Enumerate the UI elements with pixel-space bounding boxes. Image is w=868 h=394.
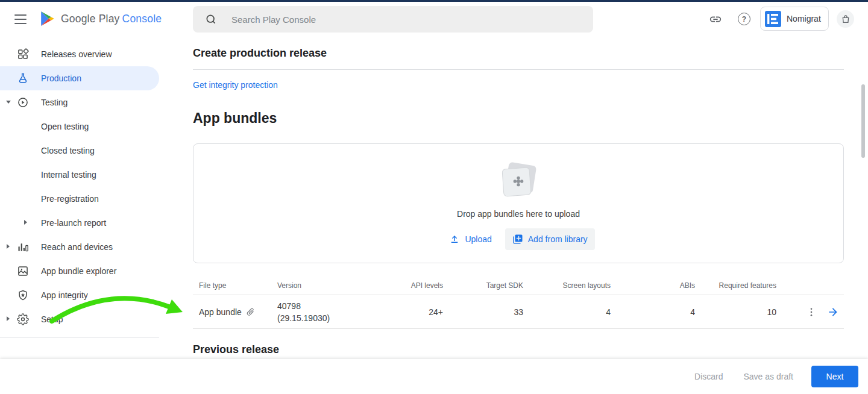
stacked-files-icon [499,162,538,201]
sidebar-item-label: Setup [41,314,63,324]
google-play-triangle-icon [40,11,55,27]
previous-release-heading: Previous release [193,343,279,356]
sidebar-item-label: Open testing [41,122,89,131]
app-bundle-dropzone[interactable]: Drop app bundles here to upload Upload A… [193,143,844,263]
google-play-console-logo[interactable]: Google PlayConsole [40,11,162,27]
column-header: Screen layouts [523,281,611,290]
menu-icon[interactable] [14,14,27,24]
page-title: Create production release [193,47,327,60]
browser-top-strip [0,0,868,2]
action-bar: Discard Save as draft Next [0,359,868,394]
discard-button[interactable]: Discard [687,367,730,386]
get-integrity-protection-link[interactable]: Get integrity protection [193,80,278,90]
sidebar: Releases overview Production Testing Ope… [0,42,159,331]
app-bundles-heading: App bundles [193,110,277,127]
sidebar-item-label: App bundle explorer [41,266,116,276]
chevron-right-icon[interactable] [7,244,10,249]
chevron-down-icon[interactable] [6,101,11,104]
upload-button[interactable]: Upload [442,228,498,250]
table-row[interactable]: App bundle 40798 (29.15.19030) 24+ 33 4 … [193,295,844,329]
sidebar-item-releases-overview[interactable]: Releases overview [0,42,159,66]
search-icon [205,13,217,25]
sidebar-item-label: Internal testing [41,170,96,180]
sidebar-item-internal-testing[interactable]: Internal testing [0,163,159,187]
account-chip[interactable]: Nomigrat [760,7,829,31]
chevron-right-icon[interactable] [24,220,27,225]
vertical-scrollbar[interactable] [861,84,865,158]
sidebar-item-open-testing[interactable]: Open testing [0,114,159,139]
logo-text: Google PlayConsole [61,13,162,25]
row-detail-arrow-icon[interactable] [827,305,843,319]
column-header: Required features [695,281,776,290]
save-as-draft-button[interactable]: Save as draft [737,367,801,386]
target-sdk-cell: 33 [443,307,523,317]
sidebar-item-label: Closed testing [41,146,95,155]
column-header: ABIs [611,281,695,290]
sidebar-item-testing[interactable]: Testing [0,90,159,114]
add-from-library-button[interactable]: Add from library [505,228,595,250]
api-levels-cell: 24+ [395,307,443,317]
sidebar-item-pre-registration[interactable]: Pre-registration [0,187,159,211]
file-type-cell: App bundle [199,307,242,317]
dashboard-grid-icon [17,48,29,60]
required-features-cell: 10 [695,307,776,317]
sidebar-item-setup[interactable]: Setup [0,307,159,331]
next-button[interactable]: Next [811,366,858,387]
paperclip-icon[interactable] [244,305,257,318]
screen-layouts-cell: 4 [523,307,611,317]
flower-emblem-icon [512,175,525,188]
sidebar-item-closed-testing[interactable]: Closed testing [0,139,159,163]
column-header: File type [193,281,277,290]
abis-cell: 4 [611,307,695,317]
search-bar[interactable] [193,6,593,33]
app-avatar [765,11,781,27]
dropzone-text: Drop app bundles here to upload [193,209,843,219]
sidebar-item-label: App integrity [41,290,88,300]
app-bundle-table: File type Version API levels Target SDK … [193,276,844,329]
store-listing-icon[interactable] [837,10,854,28]
sidebar-item-app-integrity[interactable]: App integrity [0,283,159,307]
sidebar-item-app-bundle-explorer[interactable]: App bundle explorer [0,259,159,283]
sidebar-item-pre-launch-report[interactable]: Pre-launch report [0,211,159,235]
sidebar-item-label: Releases overview [41,49,112,59]
sidebar-divider [0,337,159,338]
sidebar-item-label: Production [41,73,81,83]
sidebar-item-label: Testing [41,98,68,107]
search-input[interactable] [231,14,583,25]
gear-icon [17,313,29,325]
bar-chart-icon [17,241,29,253]
account-name: Nomigrat [787,14,821,23]
table-header-row: File type Version API levels Target SDK … [193,276,844,295]
column-header: Version [277,281,395,290]
production-flask-icon [17,72,29,84]
sidebar-item-reach-and-devices[interactable]: Reach and devices [0,235,159,259]
divider [193,69,844,70]
row-overflow-menu-icon[interactable] [804,305,819,319]
photo-frame-icon [17,265,29,277]
link-icon[interactable] [709,13,722,26]
version-cell: 40798 (29.15.19030) [277,300,395,324]
testing-play-circle-icon [17,96,29,108]
column-header: Target SDK [443,281,523,290]
shield-star-icon [17,289,29,301]
upload-icon [449,234,460,245]
column-header: API levels [395,281,443,290]
library-add-icon [512,234,523,245]
sidebar-item-label: Reach and devices [41,242,113,252]
help-icon[interactable]: ? [738,13,750,25]
chevron-right-icon[interactable] [7,316,10,321]
sidebar-item-label: Pre-launch report [41,218,106,228]
sidebar-item-label: Pre-registration [41,194,99,204]
sidebar-item-production[interactable]: Production [0,66,159,90]
